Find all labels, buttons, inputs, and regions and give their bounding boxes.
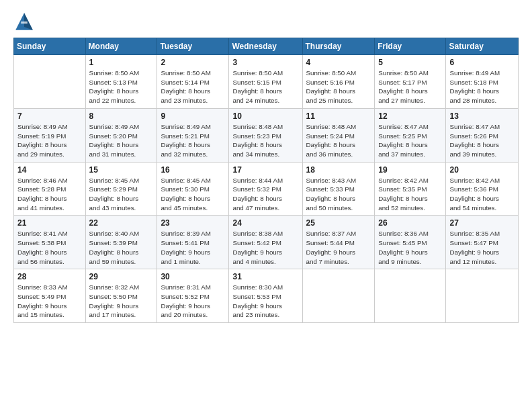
day-number: 30 [161, 272, 225, 281]
day-info: Sunrise: 8:39 AM Sunset: 5:41 PM Dayligh… [161, 229, 225, 266]
day-number: 24 [232, 218, 298, 228]
day-number: 20 [449, 165, 515, 175]
day-info: Sunrise: 8:45 AM Sunset: 5:30 PM Dayligh… [161, 176, 225, 213]
week-row-4: 21Sunrise: 8:41 AM Sunset: 5:38 PM Dayli… [14, 216, 519, 269]
day-info: Sunrise: 8:47 AM Sunset: 5:26 PM Dayligh… [449, 122, 515, 159]
day-number: 4 [306, 58, 371, 67]
calendar-cell: 8Sunrise: 8:49 AM Sunset: 5:20 PM Daylig… [85, 108, 157, 162]
day-info: Sunrise: 8:42 AM Sunset: 5:35 PM Dayligh… [378, 176, 442, 213]
calendar-cell: 3Sunrise: 8:50 AM Sunset: 5:15 PM Daylig… [229, 55, 302, 109]
calendar-cell [446, 269, 519, 323]
calendar-header-row: SundayMondayTuesdayWednesdayThursdayFrid… [14, 38, 519, 55]
day-header-friday: Friday [375, 38, 446, 55]
day-info: Sunrise: 8:35 AM Sunset: 5:47 PM Dayligh… [449, 229, 515, 266]
day-info: Sunrise: 8:50 AM Sunset: 5:17 PM Dayligh… [378, 68, 442, 105]
day-info: Sunrise: 8:41 AM Sunset: 5:38 PM Dayligh… [17, 229, 82, 266]
day-number: 3 [232, 58, 298, 67]
day-number: 2 [161, 58, 225, 67]
day-info: Sunrise: 8:31 AM Sunset: 5:52 PM Dayligh… [161, 283, 225, 320]
day-number: 17 [232, 165, 298, 175]
day-header-monday: Monday [85, 38, 157, 55]
calendar-cell [14, 55, 86, 109]
day-info: Sunrise: 8:38 AM Sunset: 5:42 PM Dayligh… [232, 229, 298, 266]
day-info: Sunrise: 8:47 AM Sunset: 5:25 PM Dayligh… [378, 122, 442, 159]
day-info: Sunrise: 8:37 AM Sunset: 5:44 PM Dayligh… [306, 229, 371, 266]
calendar-cell: 20Sunrise: 8:42 AM Sunset: 5:36 PM Dayli… [446, 162, 519, 216]
day-header-tuesday: Tuesday [157, 38, 229, 55]
calendar-cell: 31Sunrise: 8:30 AM Sunset: 5:53 PM Dayli… [229, 269, 302, 323]
day-number: 12 [378, 111, 442, 121]
calendar-cell: 11Sunrise: 8:48 AM Sunset: 5:24 PM Dayli… [302, 108, 375, 162]
calendar-cell: 28Sunrise: 8:33 AM Sunset: 5:49 PM Dayli… [14, 269, 86, 323]
day-info: Sunrise: 8:50 AM Sunset: 5:13 PM Dayligh… [89, 68, 154, 105]
page: SundayMondayTuesdayWednesdayThursdayFrid… [0, 0, 532, 411]
calendar-cell: 17Sunrise: 8:44 AM Sunset: 5:32 PM Dayli… [229, 162, 302, 216]
calendar: SundayMondayTuesdayWednesdayThursdayFrid… [13, 38, 519, 323]
day-number: 31 [232, 272, 298, 281]
calendar-cell: 1Sunrise: 8:50 AM Sunset: 5:13 PM Daylig… [85, 55, 157, 109]
day-info: Sunrise: 8:45 AM Sunset: 5:29 PM Dayligh… [89, 176, 154, 213]
calendar-cell [302, 269, 375, 323]
day-info: Sunrise: 8:46 AM Sunset: 5:28 PM Dayligh… [17, 176, 82, 213]
day-info: Sunrise: 8:49 AM Sunset: 5:19 PM Dayligh… [17, 122, 82, 159]
calendar-cell: 21Sunrise: 8:41 AM Sunset: 5:38 PM Dayli… [14, 216, 86, 269]
day-number: 7 [17, 111, 82, 121]
calendar-cell: 30Sunrise: 8:31 AM Sunset: 5:52 PM Dayli… [157, 269, 229, 323]
day-info: Sunrise: 8:48 AM Sunset: 5:24 PM Dayligh… [306, 122, 371, 159]
day-number: 25 [306, 218, 371, 228]
calendar-cell: 18Sunrise: 8:43 AM Sunset: 5:33 PM Dayli… [302, 162, 375, 216]
calendar-cell: 16Sunrise: 8:45 AM Sunset: 5:30 PM Dayli… [157, 162, 229, 216]
calendar-cell: 14Sunrise: 8:46 AM Sunset: 5:28 PM Dayli… [14, 162, 86, 216]
calendar-cell: 24Sunrise: 8:38 AM Sunset: 5:42 PM Dayli… [229, 216, 302, 269]
calendar-cell: 23Sunrise: 8:39 AM Sunset: 5:41 PM Dayli… [157, 216, 229, 269]
day-info: Sunrise: 8:44 AM Sunset: 5:32 PM Dayligh… [232, 176, 298, 213]
day-number: 29 [89, 272, 154, 281]
calendar-cell: 4Sunrise: 8:50 AM Sunset: 5:16 PM Daylig… [302, 55, 375, 109]
day-number: 16 [161, 165, 225, 175]
day-info: Sunrise: 8:30 AM Sunset: 5:53 PM Dayligh… [232, 283, 298, 320]
day-number: 26 [378, 218, 442, 228]
calendar-cell: 2Sunrise: 8:50 AM Sunset: 5:14 PM Daylig… [157, 55, 229, 109]
day-info: Sunrise: 8:43 AM Sunset: 5:33 PM Dayligh… [306, 176, 371, 213]
calendar-cell: 13Sunrise: 8:47 AM Sunset: 5:26 PM Dayli… [446, 108, 519, 162]
day-number: 22 [89, 218, 154, 228]
day-info: Sunrise: 8:49 AM Sunset: 5:21 PM Dayligh… [161, 122, 225, 159]
day-number: 14 [17, 165, 82, 175]
day-number: 9 [161, 111, 225, 121]
day-number: 10 [232, 111, 298, 121]
day-header-thursday: Thursday [302, 38, 375, 55]
calendar-cell: 6Sunrise: 8:49 AM Sunset: 5:18 PM Daylig… [446, 55, 519, 109]
day-number: 18 [306, 165, 371, 175]
calendar-cell: 26Sunrise: 8:36 AM Sunset: 5:45 PM Dayli… [375, 216, 446, 269]
day-header-wednesday: Wednesday [229, 38, 302, 55]
calendar-cell: 5Sunrise: 8:50 AM Sunset: 5:17 PM Daylig… [375, 55, 446, 109]
calendar-cell: 19Sunrise: 8:42 AM Sunset: 5:35 PM Dayli… [375, 162, 446, 216]
day-info: Sunrise: 8:49 AM Sunset: 5:20 PM Dayligh… [89, 122, 154, 159]
day-number: 5 [378, 58, 442, 67]
day-info: Sunrise: 8:36 AM Sunset: 5:45 PM Dayligh… [378, 229, 442, 266]
day-info: Sunrise: 8:42 AM Sunset: 5:36 PM Dayligh… [449, 176, 515, 213]
day-info: Sunrise: 8:33 AM Sunset: 5:49 PM Dayligh… [17, 283, 82, 320]
calendar-cell: 7Sunrise: 8:49 AM Sunset: 5:19 PM Daylig… [14, 108, 86, 162]
header [13, 11, 519, 32]
day-number: 23 [161, 218, 225, 228]
day-number: 15 [89, 165, 154, 175]
week-row-1: 1Sunrise: 8:50 AM Sunset: 5:13 PM Daylig… [14, 55, 519, 109]
day-info: Sunrise: 8:32 AM Sunset: 5:50 PM Dayligh… [89, 283, 154, 320]
day-number: 19 [378, 165, 442, 175]
calendar-cell: 10Sunrise: 8:48 AM Sunset: 5:23 PM Dayli… [229, 108, 302, 162]
calendar-cell: 12Sunrise: 8:47 AM Sunset: 5:25 PM Dayli… [375, 108, 446, 162]
calendar-cell: 9Sunrise: 8:49 AM Sunset: 5:21 PM Daylig… [157, 108, 229, 162]
day-info: Sunrise: 8:50 AM Sunset: 5:14 PM Dayligh… [161, 68, 225, 105]
day-number: 28 [17, 272, 82, 281]
day-number: 27 [449, 218, 515, 228]
week-row-5: 28Sunrise: 8:33 AM Sunset: 5:49 PM Dayli… [14, 269, 519, 323]
day-number: 21 [17, 218, 82, 228]
calendar-cell: 22Sunrise: 8:40 AM Sunset: 5:39 PM Dayli… [85, 216, 157, 269]
logo [13, 11, 38, 32]
day-number: 13 [449, 111, 515, 121]
day-info: Sunrise: 8:50 AM Sunset: 5:16 PM Dayligh… [306, 68, 371, 105]
day-number: 11 [306, 111, 371, 121]
day-info: Sunrise: 8:50 AM Sunset: 5:15 PM Dayligh… [232, 68, 298, 105]
day-info: Sunrise: 8:48 AM Sunset: 5:23 PM Dayligh… [232, 122, 298, 159]
